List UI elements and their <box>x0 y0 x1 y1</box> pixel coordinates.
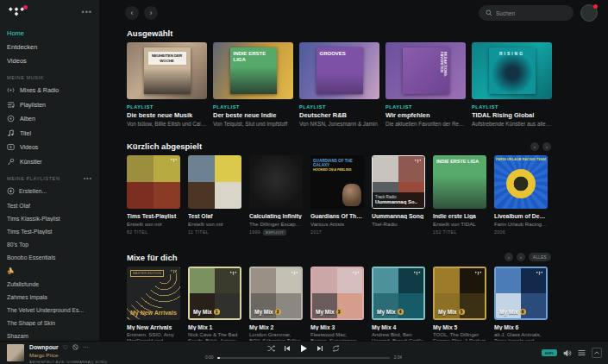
play-button[interactable] <box>299 344 308 353</box>
sidebar-item-alben[interactable]: Alben <box>7 115 92 122</box>
mix-card[interactable]: My Mix3 My Mix 3 Fleetwood Mac, Boston, … <box>310 267 364 342</box>
favorite-heart-icon[interactable]: ♡ <box>63 344 68 350</box>
mix-number-badge: 5 <box>459 309 465 315</box>
sidebar: ••• Home Entdecken Videos MEINE MUSIK Mi… <box>0 0 99 341</box>
mix-card[interactable]: My Mix2 My Mix 2 London Grammar, BOY, Sé… <box>249 267 303 342</box>
mix-card[interactable]: MASTER EDITION My New Arrivals My New Ar… <box>127 267 180 342</box>
album-cover: INDIE ERSTE LIGA <box>433 155 486 209</box>
next-track-icon[interactable] <box>317 345 323 352</box>
album-cover <box>188 155 241 209</box>
mix-card[interactable]: My Mix5 My Mix 5 TOOL, The Dillinger Esc… <box>433 267 486 342</box>
now-playing-track[interactable]: Downpour <box>29 344 59 350</box>
carousel-next-icon[interactable]: › <box>517 253 525 261</box>
playlist-item[interactable]: Shazam <box>7 333 92 339</box>
recent-card[interactable]: FARIN URLAUB RACING TEAM Livealbum of De… <box>494 155 548 235</box>
playlist-item[interactable]: The Shape of Skin <box>7 320 92 326</box>
quality-badge[interactable]: HIFI <box>542 349 557 356</box>
mix-cover: My Mix6 <box>494 267 548 320</box>
video-icon <box>7 143 15 151</box>
recent-card[interactable]: GUARDIANS OF THE GALAXY HOOKED ON A FEEL… <box>310 155 364 235</box>
topbar: ‹ › <box>99 0 608 26</box>
radio-waves-icon <box>7 86 15 94</box>
recent-card[interactable]: Test Olaf Erstellt von mir 11 TITEL <box>188 155 241 235</box>
card-subtitle: alt-J, Glass Animals, Tame Impala und we… <box>494 332 548 342</box>
mix-card[interactable]: My Mix4 My Mix 4 Andrew Bird, Ben Howard… <box>372 267 425 342</box>
profile-avatar[interactable] <box>580 4 598 22</box>
cover-text: FARIN URLAUB RACING TEAM <box>494 155 548 161</box>
back-button[interactable]: ‹ <box>125 6 139 20</box>
mix-card[interactable]: My Mix1 My Mix 1 Nick Cave & The Bad See… <box>188 267 241 342</box>
playlist-item[interactable]: Tims Test-Playlist <box>7 229 92 235</box>
playlist-icon <box>7 101 15 109</box>
sidebar-item-kuenstler[interactable]: Künstler <box>7 158 92 166</box>
playlist-item[interactable]: Zufallsfunde <box>7 281 92 287</box>
sidebar-item-entdecken[interactable]: Entdecken <box>7 43 92 51</box>
playlist-item[interactable]: Zahmes Impala <box>7 294 92 300</box>
featured-card[interactable]: REDAKTIONS-FAVORITEN PLAYLIST Wir empfeh… <box>385 42 466 127</box>
now-playing-artist[interactable]: Margo Price <box>29 352 107 358</box>
more-options-icon[interactable]: ··· <box>83 344 89 350</box>
cover-text: Uummannaq So.. <box>375 199 422 204</box>
card-kind-label: PLAYLIST <box>385 104 466 110</box>
see-all-button[interactable]: ALLES <box>529 253 551 261</box>
playlist-item[interactable]: The Velvet Underground Es... <box>7 307 92 313</box>
playlist-item[interactable]: Tims Klassik-Playlist <box>7 216 92 222</box>
block-icon[interactable] <box>72 344 78 350</box>
sidebar-item-home[interactable]: Home <box>7 29 92 37</box>
carousel-prev-icon[interactable]: ‹ <box>530 142 539 151</box>
carousel-next-icon[interactable]: › <box>542 142 551 151</box>
notification-badge <box>593 4 598 9</box>
sidebar-more-icon[interactable]: ••• <box>82 9 92 15</box>
queue-icon[interactable] <box>578 349 586 356</box>
cover-text: INDIE ERSTE LIGA <box>230 47 277 66</box>
playlist-item[interactable]: Test Olaf <box>7 203 92 209</box>
card-subtitle: Titel-Radio <box>372 221 425 227</box>
create-playlist-button[interactable]: Erstellen... <box>7 187 92 195</box>
album-cover <box>127 155 180 209</box>
sidebar-item-mixes-radio[interactable]: Mixes & Radio <box>7 86 92 94</box>
search-box[interactable] <box>479 5 574 21</box>
logo-notification-dot <box>23 5 28 9</box>
recent-card[interactable]: INDIE ERSTE LIGA Indie erste Liga Erstel… <box>433 155 486 235</box>
sidebar-item-titel[interactable]: Titel <box>7 129 92 137</box>
playlist-item[interactable]: 🍌 <box>7 267 92 274</box>
featured-card[interactable]: INDIE ERSTE LIGA PLAYLIST Der beste neue… <box>213 42 293 127</box>
mix-cover: My Mix4 <box>372 267 425 320</box>
search-icon <box>486 9 492 16</box>
now-playing-artwork[interactable] <box>7 344 24 361</box>
recent-card[interactable]: Tims Test-Playlist Erstellt von mir 82 T… <box>127 155 180 235</box>
tidal-mark-icon <box>352 271 360 276</box>
forward-button[interactable]: › <box>144 6 158 20</box>
progress-bar[interactable] <box>217 357 389 359</box>
mix-number-badge: 1 <box>214 309 220 315</box>
sidebar-item-videos[interactable]: Videos <box>7 57 92 65</box>
card-subtitle: Nick Cave & The Bad Seeds, Björk, Antony… <box>188 332 241 342</box>
shuffle-icon[interactable] <box>267 345 275 352</box>
previous-track-icon[interactable] <box>284 345 291 352</box>
playlist-item[interactable]: 80's Top <box>7 242 92 248</box>
recent-card[interactable]: Track Radio Uummannaq So.. Uummannaq Son… <box>372 155 425 235</box>
sidebar-item-playlisten[interactable]: Playlisten <box>7 101 92 109</box>
lib-label: Playlisten <box>20 102 46 108</box>
card-title: Tims Test-Playlist <box>127 213 180 219</box>
mix-card[interactable]: My Mix6 My Mix 6 alt-J, Glass Animals, T… <box>494 267 548 342</box>
tidal-mark-icon <box>413 271 421 276</box>
featured-card[interactable]: NEUHEITEN DER WOCHE PLAYLIST Die beste n… <box>127 42 207 127</box>
tidal-app-window: ••• Home Entdecken Videos MEINE MUSIK Mi… <box>0 0 608 364</box>
sidebar-item-lib-videos[interactable]: Videos <box>7 143 92 151</box>
playlists-more-icon[interactable]: ••• <box>84 176 92 181</box>
volume-icon[interactable] <box>563 349 572 357</box>
featured-card[interactable]: RISING PLAYLIST TIDAL Rising Global Aufs… <box>472 42 552 127</box>
card-title: Indie erste Liga <box>433 213 486 219</box>
search-input[interactable] <box>496 10 565 16</box>
card-subtitle: Fleetwood Mac, Boston, Supertramp und we… <box>310 332 364 342</box>
repeat-icon[interactable] <box>332 345 340 352</box>
playlist-item[interactable]: Bonobo Essentials <box>7 254 92 260</box>
featured-card[interactable]: GROOVES PLAYLIST Deutscher R&B Von NKSN,… <box>299 42 379 127</box>
card-title: Test Olaf <box>188 213 241 219</box>
carousel-prev-icon[interactable]: ‹ <box>505 253 513 261</box>
cover-badge: NEUHEITEN DER WOCHE <box>148 52 186 65</box>
expand-player-button[interactable] <box>592 348 602 358</box>
card-title: My Mix 6 <box>494 324 548 330</box>
recent-card[interactable]: Calculating Infinity The Dillinger Escap… <box>249 155 303 235</box>
